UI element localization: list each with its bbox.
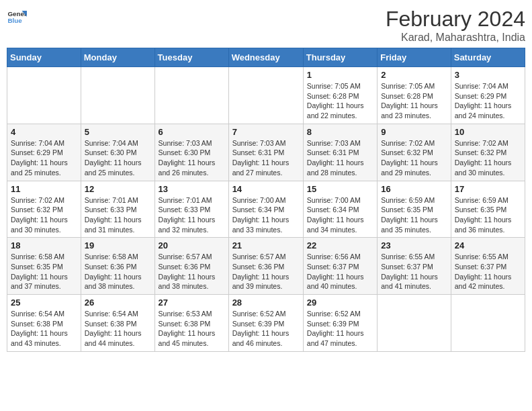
day-info: Sunrise: 7:03 AM Sunset: 6:31 PM Dayligh… (307, 138, 373, 178)
svg-text:Blue: Blue (8, 17, 23, 24)
day-info: Sunrise: 7:05 AM Sunset: 6:28 PM Dayligh… (307, 81, 373, 121)
day-number: 24 (455, 240, 521, 250)
calendar-cell (228, 67, 303, 124)
weekday-header: Saturday (451, 48, 525, 67)
calendar-week-row: 1Sunrise: 7:05 AM Sunset: 6:28 PM Daylig… (7, 67, 525, 124)
weekday-header: Sunday (7, 48, 81, 67)
day-info: Sunrise: 6:55 AM Sunset: 6:37 PM Dayligh… (455, 252, 521, 291)
day-info: Sunrise: 7:01 AM Sunset: 6:33 PM Dayligh… (85, 195, 151, 235)
calendar-cell: 17Sunrise: 6:59 AM Sunset: 6:35 PM Dayli… (451, 181, 525, 238)
day-number: 25 (11, 298, 77, 308)
day-info: Sunrise: 6:58 AM Sunset: 6:35 PM Dayligh… (11, 252, 77, 291)
calendar-cell: 5Sunrise: 7:04 AM Sunset: 6:30 PM Daylig… (81, 124, 154, 181)
day-info: Sunrise: 7:01 AM Sunset: 6:33 PM Dayligh… (159, 195, 225, 235)
day-number: 12 (85, 184, 151, 194)
title-area: February 2024 Karad, Maharashtra, India (386, 7, 525, 44)
day-number: 22 (307, 240, 373, 250)
calendar-week-row: 11Sunrise: 7:02 AM Sunset: 6:32 PM Dayli… (7, 181, 525, 238)
day-info: Sunrise: 7:04 AM Sunset: 6:30 PM Dayligh… (85, 138, 151, 178)
day-number: 15 (307, 184, 373, 194)
day-info: Sunrise: 6:52 AM Sunset: 6:39 PM Dayligh… (307, 309, 373, 349)
calendar-cell: 15Sunrise: 7:00 AM Sunset: 6:34 PM Dayli… (303, 181, 377, 238)
calendar-week-row: 18Sunrise: 6:58 AM Sunset: 6:35 PM Dayli… (7, 238, 525, 295)
day-info: Sunrise: 6:53 AM Sunset: 6:38 PM Dayligh… (159, 309, 225, 349)
calendar-cell (7, 67, 81, 124)
weekday-header: Tuesday (154, 48, 228, 67)
calendar-cell: 18Sunrise: 6:58 AM Sunset: 6:35 PM Dayli… (7, 238, 81, 295)
calendar-cell: 20Sunrise: 6:57 AM Sunset: 6:36 PM Dayli… (154, 238, 228, 295)
weekday-header: Thursday (303, 48, 377, 67)
day-info: Sunrise: 7:02 AM Sunset: 6:32 PM Dayligh… (381, 138, 447, 178)
logo-icon: General Blue (7, 7, 27, 27)
calendar-cell: 23Sunrise: 6:55 AM Sunset: 6:37 PM Dayli… (378, 238, 451, 295)
calendar-cell: 27Sunrise: 6:53 AM Sunset: 6:38 PM Dayli… (154, 295, 228, 352)
day-number: 2 (381, 70, 447, 80)
calendar-cell: 7Sunrise: 7:03 AM Sunset: 6:31 PM Daylig… (228, 124, 303, 181)
day-info: Sunrise: 6:55 AM Sunset: 6:37 PM Dayligh… (381, 252, 447, 291)
day-info: Sunrise: 7:04 AM Sunset: 6:29 PM Dayligh… (455, 81, 521, 121)
day-info: Sunrise: 6:58 AM Sunset: 6:36 PM Dayligh… (85, 252, 151, 291)
day-info: Sunrise: 6:54 AM Sunset: 6:38 PM Dayligh… (11, 309, 77, 349)
day-info: Sunrise: 6:59 AM Sunset: 6:35 PM Dayligh… (455, 195, 521, 235)
day-info: Sunrise: 7:00 AM Sunset: 6:34 PM Dayligh… (232, 195, 300, 235)
calendar-cell: 16Sunrise: 6:59 AM Sunset: 6:35 PM Dayli… (378, 181, 451, 238)
calendar-cell: 11Sunrise: 7:02 AM Sunset: 6:32 PM Dayli… (7, 181, 81, 238)
day-number: 23 (381, 240, 447, 250)
weekday-header: Wednesday (228, 48, 303, 67)
day-number: 13 (159, 184, 225, 194)
day-info: Sunrise: 6:57 AM Sunset: 6:36 PM Dayligh… (159, 252, 225, 291)
calendar-cell: 13Sunrise: 7:01 AM Sunset: 6:33 PM Dayli… (154, 181, 228, 238)
calendar-cell: 8Sunrise: 7:03 AM Sunset: 6:31 PM Daylig… (303, 124, 377, 181)
calendar-cell: 26Sunrise: 6:54 AM Sunset: 6:38 PM Dayli… (81, 295, 154, 352)
day-number: 9 (381, 127, 447, 137)
day-number: 19 (85, 240, 151, 250)
calendar-cell: 10Sunrise: 7:02 AM Sunset: 6:32 PM Dayli… (451, 124, 525, 181)
calendar-week-row: 4Sunrise: 7:04 AM Sunset: 6:29 PM Daylig… (7, 124, 525, 181)
day-number: 16 (381, 184, 447, 194)
day-info: Sunrise: 7:03 AM Sunset: 6:31 PM Dayligh… (232, 138, 300, 178)
day-number: 29 (307, 298, 373, 308)
day-number: 11 (11, 184, 77, 194)
day-number: 26 (85, 298, 151, 308)
calendar-cell: 28Sunrise: 6:52 AM Sunset: 6:39 PM Dayli… (228, 295, 303, 352)
day-number: 14 (232, 184, 300, 194)
calendar-cell: 19Sunrise: 6:58 AM Sunset: 6:36 PM Dayli… (81, 238, 154, 295)
day-info: Sunrise: 6:57 AM Sunset: 6:36 PM Dayligh… (232, 252, 300, 291)
day-number: 3 (455, 70, 521, 80)
day-number: 4 (11, 127, 77, 137)
logo: General Blue (7, 7, 27, 27)
day-number: 1 (307, 70, 373, 80)
day-info: Sunrise: 7:02 AM Sunset: 6:32 PM Dayligh… (11, 195, 77, 235)
calendar-cell: 2Sunrise: 7:05 AM Sunset: 6:28 PM Daylig… (378, 67, 451, 124)
day-number: 7 (232, 127, 300, 137)
day-number: 17 (455, 184, 521, 194)
day-info: Sunrise: 6:52 AM Sunset: 6:39 PM Dayligh… (232, 309, 300, 349)
day-info: Sunrise: 6:56 AM Sunset: 6:37 PM Dayligh… (307, 252, 373, 291)
calendar-cell: 1Sunrise: 7:05 AM Sunset: 6:28 PM Daylig… (303, 67, 377, 124)
header: General Blue February 2024 Karad, Mahara… (7, 7, 525, 44)
calendar-cell: 6Sunrise: 7:03 AM Sunset: 6:30 PM Daylig… (154, 124, 228, 181)
calendar-cell: 12Sunrise: 7:01 AM Sunset: 6:33 PM Dayli… (81, 181, 154, 238)
day-number: 21 (232, 240, 300, 250)
location-title: Karad, Maharashtra, India (386, 32, 525, 44)
day-number: 20 (159, 240, 225, 250)
day-info: Sunrise: 7:05 AM Sunset: 6:28 PM Dayligh… (381, 81, 447, 121)
day-info: Sunrise: 6:59 AM Sunset: 6:35 PM Dayligh… (381, 195, 447, 235)
day-number: 10 (455, 127, 521, 137)
calendar-week-row: 25Sunrise: 6:54 AM Sunset: 6:38 PM Dayli… (7, 295, 525, 352)
calendar-cell: 24Sunrise: 6:55 AM Sunset: 6:37 PM Dayli… (451, 238, 525, 295)
calendar-cell: 29Sunrise: 6:52 AM Sunset: 6:39 PM Dayli… (303, 295, 377, 352)
calendar-cell (154, 67, 228, 124)
weekday-header: Friday (378, 48, 451, 67)
calendar-cell: 4Sunrise: 7:04 AM Sunset: 6:29 PM Daylig… (7, 124, 81, 181)
day-info: Sunrise: 7:02 AM Sunset: 6:32 PM Dayligh… (455, 138, 521, 178)
calendar-cell (378, 295, 451, 352)
calendar-cell: 21Sunrise: 6:57 AM Sunset: 6:36 PM Dayli… (228, 238, 303, 295)
day-info: Sunrise: 7:04 AM Sunset: 6:29 PM Dayligh… (11, 138, 77, 178)
month-title: February 2024 (386, 7, 525, 32)
calendar-cell (81, 67, 154, 124)
day-number: 5 (85, 127, 151, 137)
calendar-cell: 14Sunrise: 7:00 AM Sunset: 6:34 PM Dayli… (228, 181, 303, 238)
calendar-cell: 22Sunrise: 6:56 AM Sunset: 6:37 PM Dayli… (303, 238, 377, 295)
calendar-cell: 3Sunrise: 7:04 AM Sunset: 6:29 PM Daylig… (451, 67, 525, 124)
